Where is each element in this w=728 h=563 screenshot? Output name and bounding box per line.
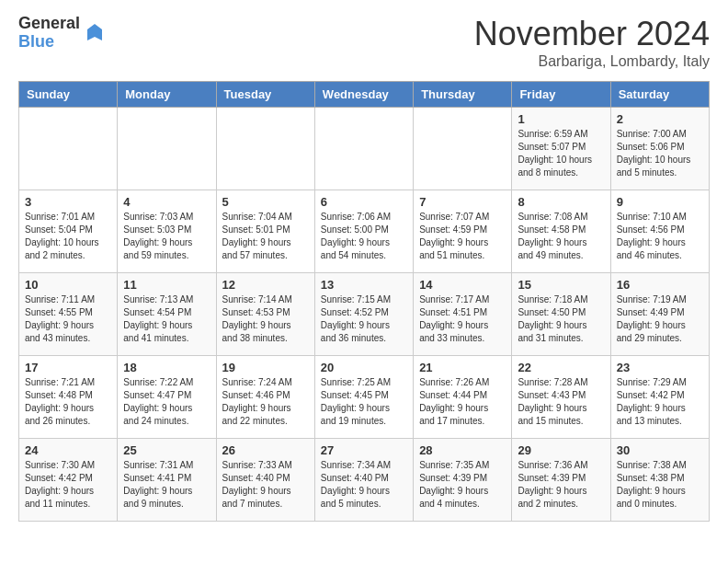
month-title: November 2024 xyxy=(474,15,710,53)
header-saturday: Saturday xyxy=(610,82,709,108)
table-row xyxy=(19,108,118,190)
day-info: Sunrise: 7:34 AM Sunset: 4:40 PM Dayligh… xyxy=(321,459,407,511)
day-info: Sunrise: 7:15 AM Sunset: 4:52 PM Dayligh… xyxy=(321,293,407,345)
table-row: 5Sunrise: 7:04 AM Sunset: 5:01 PM Daylig… xyxy=(216,190,314,273)
table-row: 13Sunrise: 7:15 AM Sunset: 4:52 PM Dayli… xyxy=(314,273,413,356)
day-info: Sunrise: 7:19 AM Sunset: 4:49 PM Dayligh… xyxy=(617,293,703,345)
day-number: 28 xyxy=(419,443,506,457)
logo-general: General xyxy=(18,15,80,33)
logo-icon xyxy=(84,22,106,44)
header-wednesday: Wednesday xyxy=(314,82,413,108)
table-row: 1Sunrise: 6:59 AM Sunset: 5:07 PM Daylig… xyxy=(512,108,610,190)
table-row: 26Sunrise: 7:33 AM Sunset: 4:40 PM Dayli… xyxy=(216,439,314,522)
table-row: 24Sunrise: 7:30 AM Sunset: 4:42 PM Dayli… xyxy=(19,439,118,522)
day-number: 9 xyxy=(617,195,703,209)
header-friday: Friday xyxy=(512,82,610,108)
day-info: Sunrise: 7:17 AM Sunset: 4:51 PM Dayligh… xyxy=(419,293,506,345)
table-row: 16Sunrise: 7:19 AM Sunset: 4:49 PM Dayli… xyxy=(610,273,709,356)
day-number: 27 xyxy=(321,443,407,457)
table-row: 27Sunrise: 7:34 AM Sunset: 4:40 PM Dayli… xyxy=(314,439,413,522)
day-info: Sunrise: 7:29 AM Sunset: 4:42 PM Dayligh… xyxy=(617,376,703,428)
day-number: 14 xyxy=(419,278,506,292)
day-number: 4 xyxy=(123,195,210,209)
day-number: 26 xyxy=(222,443,309,457)
table-row: 12Sunrise: 7:14 AM Sunset: 4:53 PM Dayli… xyxy=(216,273,314,356)
day-info: Sunrise: 7:38 AM Sunset: 4:38 PM Dayligh… xyxy=(617,459,703,511)
day-info: Sunrise: 7:11 AM Sunset: 4:55 PM Dayligh… xyxy=(25,293,111,345)
day-number: 23 xyxy=(617,361,703,374)
day-number: 15 xyxy=(518,278,604,292)
day-info: Sunrise: 7:04 AM Sunset: 5:01 PM Dayligh… xyxy=(222,211,309,262)
table-row: 11Sunrise: 7:13 AM Sunset: 4:54 PM Dayli… xyxy=(118,273,216,356)
table-row: 28Sunrise: 7:35 AM Sunset: 4:39 PM Dayli… xyxy=(414,439,512,522)
day-number: 10 xyxy=(25,278,111,292)
day-info: Sunrise: 7:00 AM Sunset: 5:06 PM Dayligh… xyxy=(617,128,703,179)
day-number: 17 xyxy=(25,361,111,374)
table-row: 23Sunrise: 7:29 AM Sunset: 4:42 PM Dayli… xyxy=(610,356,709,439)
day-info: Sunrise: 7:18 AM Sunset: 4:50 PM Dayligh… xyxy=(518,293,604,345)
day-info: Sunrise: 7:07 AM Sunset: 4:59 PM Dayligh… xyxy=(419,211,506,262)
table-row: 20Sunrise: 7:25 AM Sunset: 4:45 PM Dayli… xyxy=(314,356,413,439)
location: Barbariga, Lombardy, Italy xyxy=(474,53,710,70)
day-number: 7 xyxy=(419,195,506,209)
day-info: Sunrise: 7:01 AM Sunset: 5:04 PM Dayligh… xyxy=(25,211,111,262)
day-info: Sunrise: 7:25 AM Sunset: 4:45 PM Dayligh… xyxy=(321,376,407,428)
logo: General Blue xyxy=(18,15,106,52)
day-number: 2 xyxy=(617,112,703,126)
table-row: 3Sunrise: 7:01 AM Sunset: 5:04 PM Daylig… xyxy=(19,190,118,273)
day-info: Sunrise: 7:24 AM Sunset: 4:46 PM Dayligh… xyxy=(222,376,309,428)
table-row: 9Sunrise: 7:10 AM Sunset: 4:56 PM Daylig… xyxy=(610,190,709,273)
day-info: Sunrise: 7:03 AM Sunset: 5:03 PM Dayligh… xyxy=(123,211,210,262)
day-info: Sunrise: 7:21 AM Sunset: 4:48 PM Dayligh… xyxy=(25,376,111,428)
header-thursday: Thursday xyxy=(414,82,512,108)
main-container: General Blue November 2024 Barbariga, Lo… xyxy=(0,0,728,536)
table-row: 29Sunrise: 7:36 AM Sunset: 4:39 PM Dayli… xyxy=(512,439,610,522)
day-number: 13 xyxy=(321,278,407,292)
header-monday: Monday xyxy=(118,82,216,108)
table-row xyxy=(216,108,314,190)
logo-text: General Blue xyxy=(18,15,80,52)
table-row: 8Sunrise: 7:08 AM Sunset: 4:58 PM Daylig… xyxy=(512,190,610,273)
day-number: 21 xyxy=(419,361,506,374)
day-number: 8 xyxy=(518,195,604,209)
day-number: 22 xyxy=(518,361,604,374)
table-row: 6Sunrise: 7:06 AM Sunset: 5:00 PM Daylig… xyxy=(314,190,413,273)
day-info: Sunrise: 7:13 AM Sunset: 4:54 PM Dayligh… xyxy=(123,293,210,345)
day-info: Sunrise: 7:31 AM Sunset: 4:41 PM Dayligh… xyxy=(123,459,210,511)
header-sunday: Sunday xyxy=(19,82,118,108)
header-tuesday: Tuesday xyxy=(216,82,314,108)
table-row: 30Sunrise: 7:38 AM Sunset: 4:38 PM Dayli… xyxy=(610,439,709,522)
day-number: 12 xyxy=(222,278,309,292)
calendar-week-row: 17Sunrise: 7:21 AM Sunset: 4:48 PM Dayli… xyxy=(19,356,710,439)
table-row: 10Sunrise: 7:11 AM Sunset: 4:55 PM Dayli… xyxy=(19,273,118,356)
day-number: 18 xyxy=(123,361,210,374)
calendar-week-row: 3Sunrise: 7:01 AM Sunset: 5:04 PM Daylig… xyxy=(19,190,710,273)
day-number: 11 xyxy=(123,278,210,292)
table-row xyxy=(118,108,216,190)
table-row: 25Sunrise: 7:31 AM Sunset: 4:41 PM Dayli… xyxy=(118,439,216,522)
day-number: 5 xyxy=(222,195,309,209)
day-info: Sunrise: 7:08 AM Sunset: 4:58 PM Dayligh… xyxy=(518,211,604,262)
title-block: November 2024 Barbariga, Lombardy, Italy xyxy=(474,15,710,70)
table-row: 17Sunrise: 7:21 AM Sunset: 4:48 PM Dayli… xyxy=(19,356,118,439)
day-info: Sunrise: 7:10 AM Sunset: 4:56 PM Dayligh… xyxy=(617,211,703,262)
table-row: 19Sunrise: 7:24 AM Sunset: 4:46 PM Dayli… xyxy=(216,356,314,439)
day-number: 24 xyxy=(25,443,111,457)
calendar-week-row: 10Sunrise: 7:11 AM Sunset: 4:55 PM Dayli… xyxy=(19,273,710,356)
table-row: 7Sunrise: 7:07 AM Sunset: 4:59 PM Daylig… xyxy=(414,190,512,273)
table-row: 4Sunrise: 7:03 AM Sunset: 5:03 PM Daylig… xyxy=(118,190,216,273)
weekday-header-row: Sunday Monday Tuesday Wednesday Thursday… xyxy=(19,82,710,108)
day-number: 6 xyxy=(321,195,407,209)
day-number: 16 xyxy=(617,278,703,292)
table-row xyxy=(314,108,413,190)
day-info: Sunrise: 6:59 AM Sunset: 5:07 PM Dayligh… xyxy=(518,128,604,179)
day-info: Sunrise: 7:33 AM Sunset: 4:40 PM Dayligh… xyxy=(222,459,309,511)
calendar-table: Sunday Monday Tuesday Wednesday Thursday… xyxy=(18,81,710,522)
day-info: Sunrise: 7:28 AM Sunset: 4:43 PM Dayligh… xyxy=(518,376,604,428)
day-number: 30 xyxy=(617,443,703,457)
day-info: Sunrise: 7:14 AM Sunset: 4:53 PM Dayligh… xyxy=(222,293,309,345)
table-row: 21Sunrise: 7:26 AM Sunset: 4:44 PM Dayli… xyxy=(414,356,512,439)
table-row: 2Sunrise: 7:00 AM Sunset: 5:06 PM Daylig… xyxy=(610,108,709,190)
day-info: Sunrise: 7:30 AM Sunset: 4:42 PM Dayligh… xyxy=(25,459,111,511)
table-row xyxy=(414,108,512,190)
